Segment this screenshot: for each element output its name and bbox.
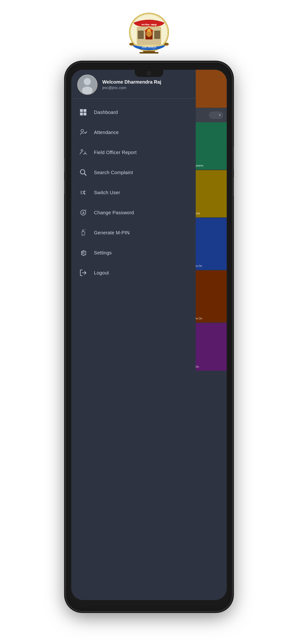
dashboard-icon [78,108,88,117]
menu-item-logout[interactable]: Logout [71,263,196,283]
menu-item-switch-user[interactable]: Switch User [71,182,196,202]
avatar [77,74,98,95]
svg-rect-21 [80,112,83,116]
menu-item-settings[interactable]: Settings [71,243,196,263]
menu-item-change-password[interactable]: Change Password [71,202,196,223]
svg-point-31 [82,252,84,254]
menu-item-dashboard[interactable]: Dashboard [71,102,196,122]
menu-label-generate-mpin: Generate M-PIN [94,230,130,236]
front-camera [147,72,151,75]
mpin-icon: *** [78,228,88,238]
user-email: jmc@jmc.com [102,86,190,90]
svg-rect-20 [83,109,86,112]
svg-point-17 [84,78,91,85]
svg-text:नगर निगम • जबलपुर: नगर निगम • जबलपुर [141,24,157,26]
menu-item-generate-mpin[interactable]: *** Generate M-PIN [71,223,196,243]
menu-list: Dashboard Attendance [71,100,196,600]
svg-rect-19 [80,109,83,112]
menu-label-search-complaint: Search Complaint [94,170,133,175]
volume-up-button[interactable] [64,158,66,172]
change-password-icon [78,208,88,217]
svg-rect-9 [138,30,144,39]
svg-point-23 [81,130,84,132]
drawer-header: Welcome Dharmendra Raj jmc@jmc.com [71,70,196,99]
svg-point-8 [147,29,151,32]
phone-screen: ▼ Complaints mplaints plaints On ess As … [71,70,227,600]
svg-point-24 [81,150,83,152]
volume-down-button[interactable] [64,180,66,194]
settings-icon [78,248,88,258]
menu-label-dashboard: Dashboard [94,110,118,115]
menu-label-switch-user: Switch User [94,190,120,196]
menu-label-settings: Settings [94,250,112,256]
user-info: Welcome Dharmendra Raj jmc@jmc.com [102,79,190,90]
field-officer-icon [78,148,88,157]
phone-frame: ▼ Complaints mplaints plaints On ess As … [66,62,232,612]
menu-label-field-officer-report: Field Officer Report [94,150,137,155]
svg-point-13 [164,43,169,46]
dropdown-selector[interactable]: ▼ [209,111,223,119]
logo-area: नगर निगम • जबलपुर अनिवेद. श्रियोमूलम [126,10,172,55]
svg-text:***: *** [83,229,86,231]
svg-text:अनिवेद. श्रियोमूलम: अनिवेद. श्रियोमूलम [142,46,156,49]
svg-rect-10 [154,30,160,39]
navigation-drawer: Welcome Dharmendra Raj jmc@jmc.com [71,70,196,600]
svg-rect-22 [83,112,86,116]
menu-label-change-password: Change Password [94,210,134,216]
menu-item-search-complaint[interactable]: Search Complaint [71,162,196,182]
svg-line-28 [84,174,86,175]
menu-label-logout: Logout [94,270,109,276]
notch [135,70,163,77]
switch-user-icon [78,188,88,197]
menu-label-attendance: Attendance [94,130,119,135]
svg-rect-15 [140,52,158,54]
logout-icon [78,268,88,278]
menu-item-field-officer-report[interactable]: Field Officer Report [71,142,196,162]
search-complaint-icon [78,168,88,177]
emblem: नगर निगम • जबलपुर अनिवेद. श्रियोमूलम [126,10,172,55]
attendance-icon [78,128,88,137]
svg-point-12 [129,43,134,46]
user-name: Welcome Dharmendra Raj [102,79,190,85]
menu-item-attendance[interactable]: Attendance [71,122,196,142]
chevron-down-icon: ▼ [218,114,221,117]
